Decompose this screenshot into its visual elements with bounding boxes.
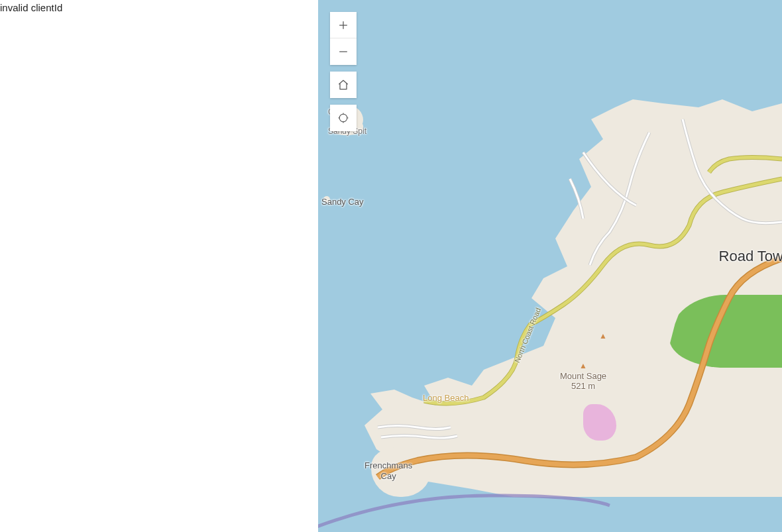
home-control-group	[330, 72, 357, 98]
home-icon	[337, 78, 350, 91]
locate-icon	[337, 111, 350, 125]
peak-marker-icon: ▲	[579, 361, 587, 370]
locate-control-group	[330, 105, 357, 131]
label-sandy-cay: Sandy Cay	[321, 197, 364, 207]
zoom-out-button[interactable]	[330, 38, 357, 65]
zoom-in-button[interactable]	[330, 12, 357, 38]
plus-icon	[337, 19, 350, 32]
error-message: invalid clientId	[0, 2, 62, 13]
minus-icon	[337, 45, 350, 58]
label-frenchmans-cay: Frenchmans Cay	[364, 460, 412, 481]
zoom-control-group	[330, 12, 357, 65]
map-view[interactable]: ▲ ▲ Road Tow Sandy Cay Sandy Spit G ay L…	[318, 0, 782, 532]
locate-button[interactable]	[330, 105, 357, 131]
map-controls	[330, 12, 357, 131]
home-button[interactable]	[330, 72, 357, 98]
ferry-route	[318, 492, 782, 532]
sidebar-panel: invalid clientId	[0, 0, 318, 532]
peak-marker-icon: ▲	[599, 331, 607, 341]
label-road-town: Road Tow	[719, 248, 782, 265]
svg-point-0	[339, 114, 347, 122]
label-mount-sage: Mount Sage 521 m	[560, 372, 606, 392]
label-long-beach: Long Beach	[423, 393, 469, 403]
